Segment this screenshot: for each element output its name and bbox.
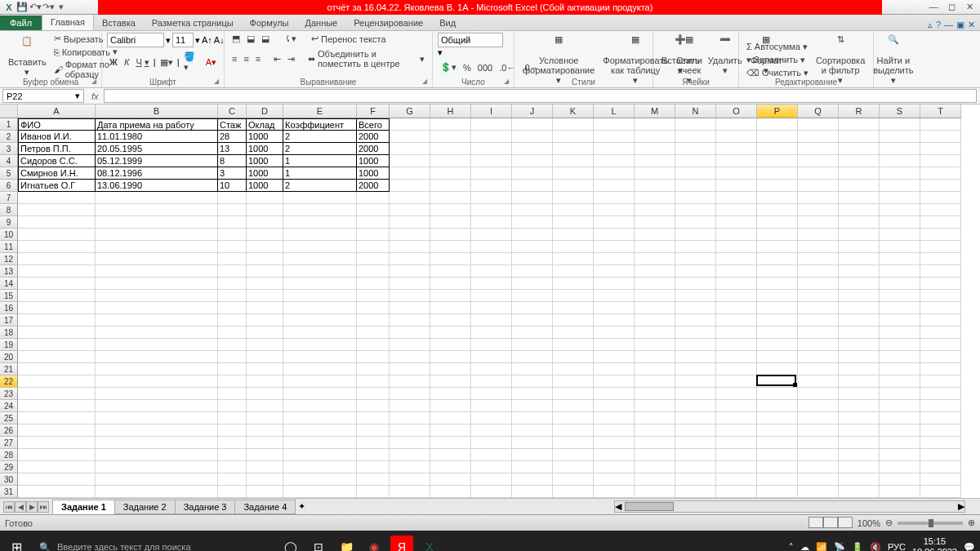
- cell-L23[interactable]: [594, 388, 635, 400]
- cell-B3[interactable]: 20.05.1995: [96, 143, 218, 155]
- cell-E28[interactable]: [283, 449, 357, 461]
- cell-Q22[interactable]: [798, 375, 839, 388]
- cell-T4[interactable]: [920, 155, 961, 167]
- cell-G18[interactable]: [390, 327, 430, 339]
- cell-Q6[interactable]: [798, 180, 839, 192]
- win-min-icon[interactable]: —: [944, 20, 953, 30]
- cell-M26[interactable]: [635, 424, 675, 437]
- col-header-A[interactable]: A: [18, 104, 96, 118]
- number-launcher[interactable]: ◢: [504, 78, 512, 86]
- cell-B10[interactable]: [96, 229, 218, 241]
- cell-O13[interactable]: [716, 265, 757, 278]
- cell-Q9[interactable]: [798, 216, 839, 229]
- cell-M16[interactable]: [635, 302, 675, 314]
- cell-A20[interactable]: [18, 351, 96, 363]
- cell-Q31[interactable]: [798, 486, 839, 498]
- cell-T2[interactable]: [920, 131, 961, 143]
- cell-J14[interactable]: [512, 278, 553, 290]
- cell-R29[interactable]: [839, 461, 880, 473]
- cell-Q26[interactable]: [798, 424, 839, 437]
- cell-J12[interactable]: [512, 253, 553, 265]
- cell-A23[interactable]: [18, 388, 96, 400]
- cell-D21[interactable]: [247, 363, 283, 375]
- cell-D3[interactable]: 1000: [247, 143, 283, 155]
- cell-B6[interactable]: 13.06.1990: [96, 180, 218, 192]
- cell-T21[interactable]: [920, 363, 961, 375]
- cell-T13[interactable]: [920, 265, 961, 278]
- cell-P15[interactable]: [757, 290, 798, 302]
- cell-F5[interactable]: 1000: [357, 167, 390, 180]
- cell-T15[interactable]: [920, 290, 961, 302]
- cell-K23[interactable]: [553, 388, 594, 400]
- cell-L27[interactable]: [594, 437, 635, 449]
- tab-formulas[interactable]: Формулы: [242, 16, 297, 30]
- cell-H25[interactable]: [430, 412, 471, 424]
- cell-M6[interactable]: [635, 180, 675, 192]
- cell-O26[interactable]: [716, 424, 757, 437]
- cell-M13[interactable]: [635, 265, 675, 278]
- tray-cloud-icon[interactable]: ☁: [800, 542, 809, 552]
- cell-K12[interactable]: [553, 253, 594, 265]
- cell-T3[interactable]: [920, 143, 961, 155]
- cell-T27[interactable]: [920, 437, 961, 449]
- cell-E16[interactable]: [283, 302, 357, 314]
- cell-F20[interactable]: [357, 351, 390, 363]
- insert-cells-button[interactable]: ➕Вставить ▾: [658, 33, 703, 77]
- cell-G8[interactable]: [390, 204, 430, 216]
- cell-H2[interactable]: [430, 131, 471, 143]
- cell-C6[interactable]: 10: [218, 180, 247, 192]
- cell-E13[interactable]: [283, 265, 357, 278]
- cell-D26[interactable]: [247, 424, 283, 437]
- cell-A31[interactable]: [18, 486, 96, 498]
- cell-O2[interactable]: [716, 131, 757, 143]
- tray-up-icon[interactable]: ˄: [789, 542, 794, 552]
- cell-F13[interactable]: [357, 265, 390, 278]
- cell-J18[interactable]: [512, 327, 553, 339]
- cell-D25[interactable]: [247, 412, 283, 424]
- cell-S31[interactable]: [880, 486, 920, 498]
- cell-I6[interactable]: [471, 180, 512, 192]
- find-select-button[interactable]: 🔍Найти и выделить ▾: [870, 33, 916, 87]
- cell-Q14[interactable]: [798, 278, 839, 290]
- cell-O6[interactable]: [716, 180, 757, 192]
- cell-G29[interactable]: [390, 461, 430, 473]
- font-size-combo[interactable]: [172, 33, 194, 47]
- cell-N13[interactable]: [675, 265, 716, 278]
- cell-J4[interactable]: [512, 155, 553, 167]
- row-header-24[interactable]: 24: [0, 400, 18, 412]
- cell-G26[interactable]: [390, 424, 430, 437]
- cell-H17[interactable]: [430, 314, 471, 327]
- sheet-nav-first[interactable]: ⏮: [3, 501, 15, 513]
- cell-F18[interactable]: [357, 327, 390, 339]
- row-header-31[interactable]: 31: [0, 486, 18, 498]
- cell-Q2[interactable]: [798, 131, 839, 143]
- cell-R14[interactable]: [839, 278, 880, 290]
- cell-S8[interactable]: [880, 204, 920, 216]
- cell-D18[interactable]: [247, 327, 283, 339]
- cell-E10[interactable]: [283, 229, 357, 241]
- cell-F26[interactable]: [357, 424, 390, 437]
- cell-C29[interactable]: [218, 461, 247, 473]
- cell-K14[interactable]: [553, 278, 594, 290]
- cell-N3[interactable]: [675, 143, 716, 155]
- cell-C25[interactable]: [218, 412, 247, 424]
- cell-C31[interactable]: [218, 486, 247, 498]
- cell-F31[interactable]: [357, 486, 390, 498]
- cell-B1[interactable]: Дата приема на работу: [96, 118, 218, 131]
- italic-button[interactable]: К: [122, 56, 131, 68]
- col-header-S[interactable]: S: [880, 104, 920, 118]
- indent-dec-icon[interactable]: ⇤: [271, 53, 283, 65]
- row-header-26[interactable]: 26: [0, 424, 18, 437]
- cell-A2[interactable]: Иванов И.И.: [18, 131, 96, 143]
- cell-T19[interactable]: [920, 339, 961, 351]
- cell-M29[interactable]: [635, 461, 675, 473]
- cell-T7[interactable]: [920, 192, 961, 204]
- cell-M7[interactable]: [635, 192, 675, 204]
- row-header-19[interactable]: 19: [0, 339, 18, 351]
- save-icon[interactable]: 💾: [16, 2, 28, 13]
- cell-A8[interactable]: [18, 204, 96, 216]
- cell-A12[interactable]: [18, 253, 96, 265]
- row-header-27[interactable]: 27: [0, 437, 18, 449]
- cell-H11[interactable]: [430, 241, 471, 253]
- cell-O22[interactable]: [716, 375, 757, 388]
